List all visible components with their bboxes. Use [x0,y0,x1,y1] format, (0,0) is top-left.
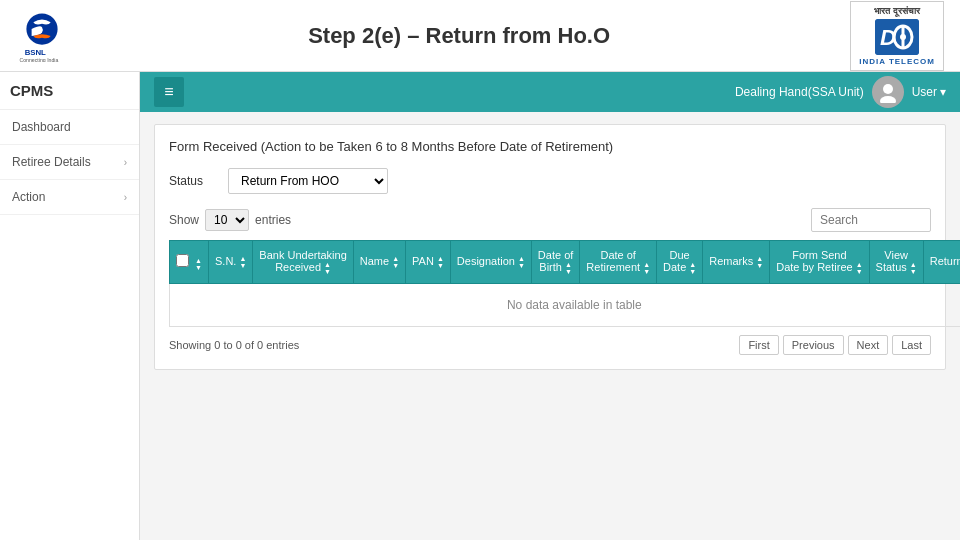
table-header-bank: Bank UndertakingReceived▲▼ [253,241,353,284]
user-dropdown-icon: ▾ [940,85,946,99]
user-avatar [872,76,904,108]
first-page-button[interactable]: First [739,335,778,355]
sidebar-item-dashboard-label: Dashboard [12,120,71,134]
table-controls: Show 10 25 50 entries [169,208,931,232]
svg-text:BSNL: BSNL [25,48,46,57]
dot-logo-area: भारत दूरसंचार D INDIA TELECOM [850,1,944,71]
sort-icon-view-status: ▲▼ [910,261,917,275]
next-page-button[interactable]: Next [848,335,889,355]
show-label: Show [169,213,199,227]
top-header: BSNL Connecting India Step 2(e) – Return… [0,0,960,72]
bsnl-logo-area: BSNL Connecting India [16,10,68,62]
sidebar-item-retiree-details-label: Retiree Details [12,155,91,169]
page-title: Step 2(e) – Return from Ho.O [68,23,850,49]
svg-point-8 [883,84,893,94]
dot-logo-bottom-text: INDIA TELECOM [859,57,935,66]
navbar-left: ≡ [154,77,184,107]
table-header-checkbox: ▲▼ [170,241,209,284]
sort-icon-designation: ▲▼ [518,255,525,269]
sort-icon-dor: ▲▼ [643,261,650,275]
data-table: ▲▼ S.N.▲▼ Bank UndertakingReceived▲▼ Nam… [169,240,960,327]
table-header-name: Name▲▼ [353,241,405,284]
select-all-checkbox[interactable] [176,254,189,267]
sort-icon-dob: ▲▼ [565,261,572,275]
sort-icon-remarks: ▲▼ [756,255,763,269]
previous-page-button[interactable]: Previous [783,335,844,355]
bsnl-logo-icon: BSNL Connecting India [16,10,68,62]
main-content: ≡ Dealing Hand(SSA Unit) User ▾ [140,72,960,540]
hamburger-button[interactable]: ≡ [154,77,184,107]
show-entries: Show 10 25 50 entries [169,209,291,231]
chevron-right-icon: › [124,157,127,168]
table-header-row: ▲▼ S.N.▲▼ Bank UndertakingReceived▲▼ Nam… [170,241,961,284]
pagination-info: Showing 0 to 0 of 0 entries [169,339,299,351]
search-input[interactable] [811,208,931,232]
status-row: Status Return From HOO Pending Approved … [169,168,931,194]
sort-icon-name: ▲▼ [392,255,399,269]
last-page-button[interactable]: Last [892,335,931,355]
entries-per-page-select[interactable]: 10 25 50 [205,209,249,231]
sort-icon-due-date: ▲▼ [689,261,696,275]
table-header-designation: Designation▲▼ [450,241,531,284]
table-header-view-status: ViewStatus▲▼ [869,241,923,284]
table-header-dob: Date ofBirth▲▼ [531,241,579,284]
table-header-dor: Date ofRetirement▲▼ [580,241,657,284]
sidebar-item-dashboard[interactable]: Dashboard [0,110,139,145]
no-data-row: No data available in table [170,284,961,327]
status-select[interactable]: Return From HOO Pending Approved Rejecte… [228,168,388,194]
sidebar-item-action-label: Action [12,190,45,204]
entries-label: entries [255,213,291,227]
user-label: User [912,85,937,99]
sort-icon-pan: ▲▼ [437,255,444,269]
navbar-right: Dealing Hand(SSA Unit) User ▾ [735,76,946,108]
sidebar-item-action[interactable]: Action › [0,180,139,215]
svg-point-9 [880,96,896,103]
hamburger-icon: ≡ [164,83,173,101]
svg-text:Connecting India: Connecting India [19,57,58,62]
table-header-remarks: Remarks▲▼ [703,241,770,284]
no-data-cell: No data available in table [170,284,961,327]
table-header-return: Return▲▼ [923,241,960,284]
form-card-title: Form Received (Action to be Taken 6 to 8… [169,139,931,154]
user-menu-button[interactable]: User ▾ [912,85,946,99]
table-header-pan: PAN▲▼ [406,241,451,284]
pagination-buttons: First Previous Next Last [739,335,931,355]
sort-icon-form-send: ▲▼ [856,261,863,275]
dealing-hand-label: Dealing Hand(SSA Unit) [735,85,864,99]
pagination-row: Showing 0 to 0 of 0 entries First Previo… [169,335,931,355]
app-layout: CPMS Dashboard Retiree Details › Action … [0,72,960,540]
table-header-sn: S.N.▲▼ [209,241,253,284]
sidebar-brand: CPMS [0,72,139,110]
sort-icon-sn: ▲▼ [239,255,246,269]
table-body: No data available in table [170,284,961,327]
sidebar: CPMS Dashboard Retiree Details › Action … [0,72,140,540]
sort-icon-bank: ▲▼ [324,261,331,275]
content-area: Form Received (Action to be Taken 6 to 8… [140,112,960,540]
form-card: Form Received (Action to be Taken 6 to 8… [154,124,946,370]
sort-icon-checkbox: ▲▼ [195,257,202,271]
dot-logo-circle: D [875,19,919,55]
sidebar-item-retiree-details[interactable]: Retiree Details › [0,145,139,180]
status-label: Status [169,174,214,188]
table-header-due-date: DueDate▲▼ [657,241,703,284]
dot-logo-top-text: भारत दूरसंचार [874,6,920,17]
navbar: ≡ Dealing Hand(SSA Unit) User ▾ [140,72,960,112]
table-header-form-send: Form SendDate by Retiree▲▼ [770,241,869,284]
chevron-right-icon-action: › [124,192,127,203]
